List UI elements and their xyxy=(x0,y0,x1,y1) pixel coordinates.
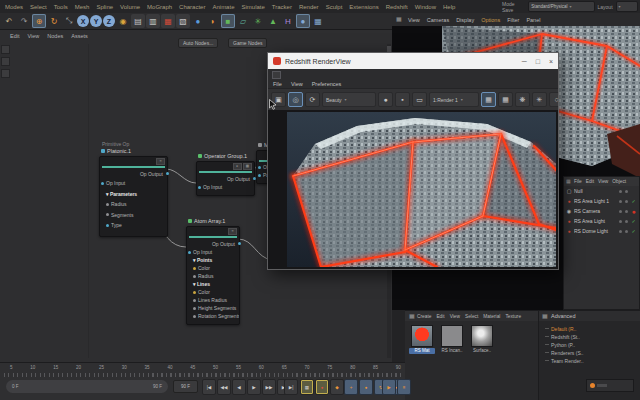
console-category[interactable]: Team Render.. xyxy=(551,357,640,365)
scrub-end-button[interactable]: ▶| xyxy=(284,379,298,395)
move-tool-icon[interactable]: ⊕ xyxy=(32,14,46,28)
layout-dropdown[interactable]: ▾ xyxy=(616,1,638,12)
solo-cursor-button[interactable]: ▶ xyxy=(382,379,396,395)
scale-tool-icon[interactable]: ⤡ xyxy=(62,14,76,28)
render-engine-dropdown[interactable]: Standard/Physical ▾ xyxy=(528,1,594,12)
viewport-menu-item[interactable]: Panel xyxy=(526,17,540,23)
node-input-port[interactable]: Color xyxy=(187,288,239,296)
menu-item[interactable]: Redshift xyxy=(386,4,408,10)
menu-item[interactable]: MoGraph xyxy=(147,4,172,10)
prev-key-button[interactable]: ◀◀ xyxy=(217,379,231,395)
array-grid-icon[interactable]: ▦ xyxy=(311,14,325,28)
node-input-port[interactable]: Op Input xyxy=(197,183,254,191)
console-category[interactable]: Renderers (S.. xyxy=(551,349,640,357)
restart-ipr-icon[interactable]: ⟳ xyxy=(305,92,320,107)
port-dot[interactable] xyxy=(106,203,109,206)
layer-dot[interactable] xyxy=(619,230,622,233)
node-menu-item[interactable]: Nodes xyxy=(47,33,63,39)
port-dot[interactable] xyxy=(193,299,196,302)
goto-start-button[interactable]: |◀ xyxy=(202,379,216,395)
axis-y-icon[interactable]: Y xyxy=(90,15,102,27)
node-input-port[interactable]: ▾ Parameters xyxy=(100,189,167,200)
port-dot[interactable] xyxy=(106,213,109,216)
autokey-button[interactable]: ● xyxy=(315,379,329,395)
grid-icon[interactable]: ▦ xyxy=(542,313,548,320)
solo-list-button[interactable]: ≡ xyxy=(397,379,411,395)
display-mode-icon[interactable]: ▣ xyxy=(271,92,286,107)
layer-dot[interactable] xyxy=(619,190,622,193)
enabled-badge[interactable]: ✓ xyxy=(630,198,637,204)
folder-icon[interactable]: ▸ xyxy=(233,163,242,170)
menu-item[interactable]: Simulate xyxy=(241,4,264,10)
viewport-menu-item[interactable]: Cameras xyxy=(427,17,449,23)
node-input-port[interactable]: Radius xyxy=(100,199,167,210)
sphere-object-icon[interactable]: ● xyxy=(191,14,205,28)
key-scale-button[interactable]: ● xyxy=(359,379,373,395)
play-button[interactable]: ▶ xyxy=(247,379,261,395)
node-input-port[interactable]: Color xyxy=(187,264,239,272)
menu-item[interactable]: Tracker xyxy=(272,4,292,10)
node-menu-icon[interactable]: ≡ xyxy=(156,158,165,165)
material-menu-item[interactable]: Material xyxy=(483,314,500,319)
object-row[interactable]: ● RS Area Light 1 ✓ xyxy=(564,196,639,206)
port-dot[interactable] xyxy=(258,174,261,177)
axis-z-icon[interactable]: Z xyxy=(103,15,115,27)
region-render-icon[interactable]: ▭ xyxy=(412,92,427,107)
snapshot-grid-icon[interactable]: ▦ xyxy=(481,92,496,107)
mask-icon[interactable]: ○ xyxy=(549,92,558,107)
material-menu-item[interactable]: View xyxy=(450,314,460,319)
asset-doc-icon[interactable]: ▱ xyxy=(236,14,250,28)
record-scene-button[interactable]: ▦ xyxy=(300,379,314,395)
material-menu-item[interactable]: Texture xyxy=(505,314,521,319)
denoise-icon[interactable]: ❋ xyxy=(515,92,530,107)
window-titlebar[interactable]: Redshift RenderView ─□× xyxy=(268,53,558,69)
node-menu-item[interactable]: Edit xyxy=(10,33,19,39)
node-operator-group[interactable]: Operator Group.1 ▸ ▦ Op Output Op Input xyxy=(196,161,255,196)
keyframe-button[interactable]: ◆ xyxy=(330,379,344,395)
console-category[interactable]: Default (R.. xyxy=(551,325,640,333)
aov-grid-icon[interactable]: ▦ xyxy=(498,92,513,107)
port-dot[interactable] xyxy=(193,291,196,294)
node-output-port[interactable]: Op Output xyxy=(100,169,167,178)
visibility-dot[interactable] xyxy=(625,210,628,213)
layer-dot[interactable] xyxy=(619,220,622,223)
menu-item[interactable]: Help xyxy=(443,4,455,10)
cube-object-icon[interactable]: ■ xyxy=(221,14,235,28)
timeline-ruler[interactable]: 51015202530354045505560657075808590 xyxy=(0,364,403,377)
pixel-probe-icon[interactable]: ▪ xyxy=(395,92,410,107)
node-input-port[interactable]: ▾ Points xyxy=(187,256,239,264)
rotate-tool-icon[interactable]: ↻ xyxy=(47,14,61,28)
menu-item[interactable]: Sculpt xyxy=(326,4,343,10)
grid-icon[interactable]: ▦ xyxy=(243,163,252,170)
visibility-dot[interactable] xyxy=(625,190,628,193)
menu-item[interactable]: Animate xyxy=(212,4,234,10)
port-dot[interactable] xyxy=(193,275,196,278)
minimize-button[interactable]: ─ xyxy=(522,58,527,65)
renderview-menu-item[interactable]: Preferences xyxy=(312,81,342,87)
maximize-button[interactable]: □ xyxy=(536,58,540,65)
node-input-port[interactable]: Op Input xyxy=(187,248,239,256)
material-menu-item[interactable]: Create xyxy=(417,314,431,319)
port-dot[interactable] xyxy=(193,315,196,318)
viewport-menu-item[interactable]: Filter xyxy=(507,17,519,23)
menu-item[interactable]: Volume xyxy=(120,4,140,10)
enabled-badge[interactable]: ● xyxy=(630,208,637,215)
redo-icon[interactable]: ↷ xyxy=(17,14,31,28)
mograph-icon[interactable]: ◗ xyxy=(206,14,220,28)
key-position-button[interactable]: + xyxy=(344,379,358,395)
grid-icon[interactable]: ▦ xyxy=(396,16,402,23)
team-render-icon[interactable]: ▧ xyxy=(176,14,190,28)
auto-nodes-button[interactable]: Auto Nodes... xyxy=(178,38,218,48)
port-dot[interactable] xyxy=(193,267,196,270)
enabled-badge[interactable]: ✓ xyxy=(630,228,637,234)
viewport-menu-item[interactable]: Options xyxy=(481,17,500,23)
menu-item[interactable]: Tools xyxy=(54,4,68,10)
game-nodes-button[interactable]: Game Nodes xyxy=(228,38,267,48)
node-tool-icon[interactable] xyxy=(1,45,10,54)
node-input-port[interactable]: Rotation Segments xyxy=(187,312,239,320)
port-dot[interactable] xyxy=(198,186,201,189)
coord-system-icon[interactable]: ◉ xyxy=(116,14,130,28)
menu-item[interactable]: Render xyxy=(299,4,319,10)
object-row[interactable]: ▢ Null xyxy=(564,186,639,196)
port-dot[interactable] xyxy=(188,251,191,254)
